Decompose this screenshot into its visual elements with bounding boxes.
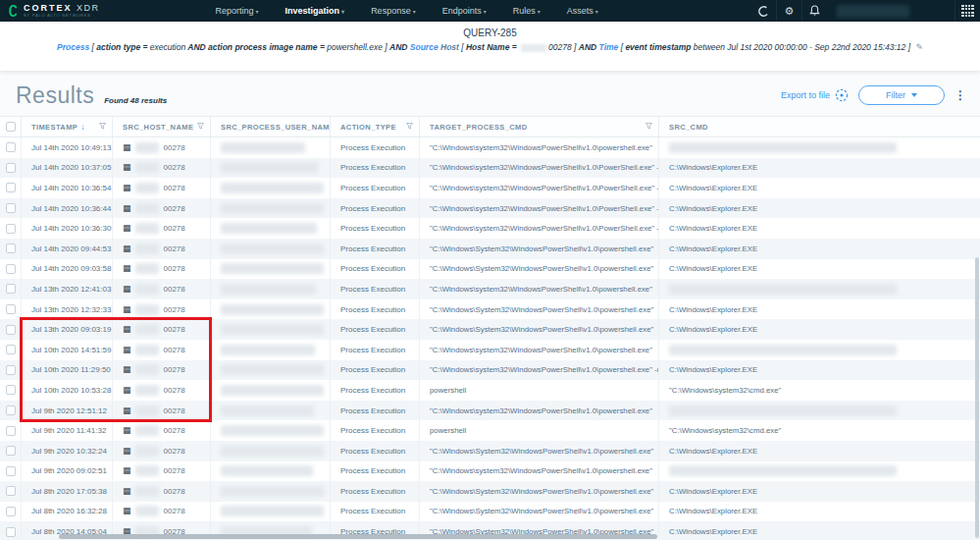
row-checkbox[interactable] <box>6 385 16 395</box>
row-checkbox[interactable] <box>6 264 16 274</box>
host-suffix: 00278 <box>164 264 185 273</box>
column-header-src_cmd[interactable]: SRC_CMD <box>659 117 980 136</box>
table-row[interactable]: Jul 9th 2020 12:51:12▦00278Process Execu… <box>0 401 980 421</box>
cortex-xdr-logo[interactable]: CORTEX XDR BY PALO ALTO NETWORKS <box>0 4 100 18</box>
redacted-user-name <box>221 446 324 457</box>
src-user-cell <box>211 502 331 522</box>
filter-button[interactable]: Filter <box>858 85 945 105</box>
table-row[interactable]: Jul 8th 2020 16:32:28▦00278Process Execu… <box>0 502 980 522</box>
filter-funnel-icon[interactable] <box>406 123 413 132</box>
timestamp-cell: Jul 14th 2020 10:36:30 <box>22 218 113 239</box>
row-checkbox[interactable] <box>6 284 16 294</box>
column-header-src_process_user_name[interactable]: SRC_PROCESS_USER_NAME <box>211 117 331 136</box>
nav-item-endpoints[interactable]: Endpoints▾ <box>442 6 487 16</box>
table-row[interactable]: Jul 10th 2020 10:53:28▦00278Process Exec… <box>0 380 980 401</box>
filter-funnel-icon[interactable] <box>99 123 106 132</box>
src-host-cell: ▦00278 <box>113 441 211 461</box>
table-row[interactable]: Jul 9th 2020 10:32:24▦00278Process Execu… <box>0 441 980 461</box>
query-entity-link[interactable]: Process <box>57 42 89 52</box>
filter-funnel-icon[interactable] <box>197 123 204 132</box>
host-grid-icon: ▦ <box>123 163 131 172</box>
table-row[interactable]: Jul 9th 2020 09:02:51▦00278Process Execu… <box>0 461 980 482</box>
table-row[interactable]: Jul 14th 2020 09:03:58▦00278Process Exec… <box>0 259 980 280</box>
row-checkbox[interactable] <box>6 486 16 496</box>
table-row[interactable]: Jul 13th 2020 12:41:03▦00278Process Exec… <box>0 279 980 299</box>
row-checkbox[interactable] <box>6 163 16 173</box>
row-checkbox[interactable] <box>6 183 16 192</box>
row-checkbox[interactable] <box>6 446 16 456</box>
table-row[interactable]: Jul 14th 2020 10:37:05▦00278Process Exec… <box>0 158 980 179</box>
src-cmd-cell: C:\Windows\Explorer.EXE <box>659 218 980 239</box>
table-row[interactable]: Jul 13th 2020 12:32:33▦00278Process Exec… <box>0 299 980 320</box>
export-to-file-button[interactable]: Export to file <box>781 88 849 102</box>
row-checkbox[interactable] <box>6 507 16 516</box>
table-row[interactable]: Jul 14th 2020 10:36:30▦00278Process Exec… <box>0 218 980 239</box>
query-text: event timestamp <box>625 42 693 52</box>
row-checkbox[interactable] <box>6 527 16 537</box>
target-process-cmd-cell: "C:\Windows\system32\WindowsPowerShell\v… <box>420 178 659 198</box>
table-row[interactable]: Jul 14th 2020 09:44:53▦00278Process Exec… <box>0 239 980 259</box>
query-entity-link[interactable]: Source <box>410 42 438 52</box>
nav-item-response[interactable]: Response▾ <box>371 6 416 16</box>
row-checkbox[interactable] <box>6 304 16 314</box>
table-row[interactable]: Jul 13th 2020 09:03:19▦00278Process Exec… <box>0 319 980 340</box>
nav-item-rules[interactable]: Rules▾ <box>513 6 541 16</box>
row-checkbox[interactable] <box>6 345 16 354</box>
row-checkbox[interactable] <box>6 224 16 234</box>
redacted-src-cmd <box>669 405 897 416</box>
row-checkbox[interactable] <box>6 365 16 375</box>
results-header: Results Found 48 results Export to file … <box>0 71 980 116</box>
select-all-checkbox[interactable] <box>6 122 16 132</box>
row-checkbox[interactable] <box>6 203 16 213</box>
redacted-user-name <box>221 304 324 315</box>
redacted-host-prefix <box>135 385 159 396</box>
row-checkbox[interactable] <box>6 243 16 253</box>
chevron-down-icon: ▾ <box>341 9 344 15</box>
row-checkbox[interactable] <box>6 405 16 415</box>
gear-icon[interactable]: ⚙ <box>776 0 801 22</box>
horizontal-scrollbar[interactable] <box>59 534 657 539</box>
table-row[interactable]: Jul 14th 2020 10:49:13▦00278Process Exec… <box>0 137 980 158</box>
bell-icon[interactable] <box>801 0 827 22</box>
export-label: Export to file <box>781 90 830 100</box>
row-checkbox[interactable] <box>6 142 16 152</box>
query-entity-link[interactable]: Host <box>440 42 459 52</box>
filter-funnel-icon[interactable] <box>645 123 652 132</box>
table-row[interactable]: Jul 9th 2020 11:41:32▦00278Process Execu… <box>0 420 980 441</box>
apps-grid-icon[interactable] <box>954 0 980 22</box>
nav-item-investigation[interactable]: Investigation▾ <box>285 6 345 16</box>
more-options-icon[interactable]: ⋮ <box>954 90 966 100</box>
row-checkbox[interactable] <box>6 426 16 436</box>
column-label: ACTION_TYPE <box>340 123 396 132</box>
query-summary-bar: QUERY-285 Process [ action type = execut… <box>0 22 980 71</box>
query-id: QUERY-285 <box>0 27 980 38</box>
column-header-src_host_name[interactable]: SRC_HOST_NAME <box>113 117 211 136</box>
column-header-action_type[interactable]: ACTION_TYPE <box>331 117 420 136</box>
page-title: Results <box>16 82 94 109</box>
src-host-cell: ▦00278 <box>113 178 211 198</box>
row-checkbox[interactable] <box>6 325 16 335</box>
host-suffix: 00278 <box>164 224 185 233</box>
vertical-scrollbar[interactable] <box>975 257 979 538</box>
column-header-target_process_cmd[interactable]: TARGET_PROCESS_CMD <box>420 117 659 136</box>
table-row[interactable]: Jul 10th 2020 11:29:50▦00278Process Exec… <box>0 360 980 381</box>
redacted-host-prefix <box>135 506 159 516</box>
row-checkbox[interactable] <box>6 466 16 476</box>
target-process-cmd-cell: "C:\Windows\System32\WindowsPowerShell\v… <box>420 239 659 259</box>
src-host-cell: ▦00278 <box>113 461 211 482</box>
host-suffix: 00278 <box>164 487 185 496</box>
support-icon[interactable] <box>750 0 776 22</box>
column-header-timestamp[interactable]: TIMESTAMP↓ <box>22 117 113 136</box>
src-cmd-cell: C:\Windows\Explorer.EXE <box>659 299 980 320</box>
table-row[interactable]: Jul 14th 2020 10:36:54▦00278Process Exec… <box>0 178 980 198</box>
host-suffix: 00278 <box>164 325 185 334</box>
nav-item-reporting[interactable]: Reporting▾ <box>216 6 259 16</box>
user-name-redacted[interactable] <box>837 5 909 18</box>
edit-query-icon[interactable]: ✎ <box>915 42 923 52</box>
table-row[interactable]: Jul 10th 2020 14:51:59▦00278Process Exec… <box>0 340 980 360</box>
action-type-cell: Process Execution <box>331 420 420 441</box>
query-entity-link[interactable]: Time <box>599 42 619 52</box>
table-row[interactable]: Jul 8th 2020 17:05:38▦00278Process Execu… <box>0 481 980 502</box>
nav-item-assets[interactable]: Assets▾ <box>567 6 598 16</box>
table-row[interactable]: Jul 14th 2020 10:36:44▦00278Process Exec… <box>0 198 980 219</box>
